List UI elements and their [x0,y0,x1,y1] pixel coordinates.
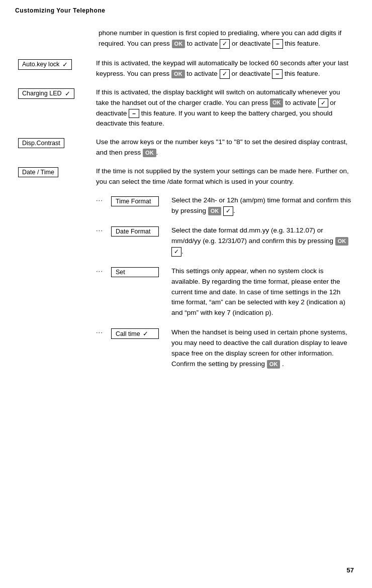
sub-label-box-date-format: Date Format [111,226,159,237]
dots-time-format: ··· [96,195,111,204]
text-date-time: If the time is not supplied by the syste… [96,166,354,187]
page-number: 57 [347,566,354,574]
ok-badge-disp-contrast: OK [143,149,156,157]
intro-paragraph: phone number in question is first copied… [99,28,354,49]
check-badge-auto-key-lock: ✓ [220,69,230,79]
text-charging-led: If this is activated, the display backli… [96,87,354,130]
sub-label-box-call-time: Call time ✓ [111,328,159,339]
label-box-disp-contrast: Disp.Contrast [18,138,64,148]
sub-row-set: ··· Set This settings only appear, when … [96,266,354,319]
sub-text-call-time: When the handset is being used in certai… [171,327,354,370]
label-box-charging-led: Charging LED ✓ [18,88,74,99]
label-box-auto-key-lock: Auto.key lock ✓ [18,59,72,70]
dash-badge-charging-led: – [129,109,139,119]
text-auto-key-lock: If this is activated, the keypad will au… [96,58,354,79]
section-date-time: Date / Time If the time is not supplied … [18,166,354,187]
sub-row-date-format: ··· Date Format Select the date format d… [96,225,354,257]
label-box-date-time: Date / Time [18,167,58,177]
dash-badge-intro: – [272,39,283,49]
sub-label-col-call-time: Call time ✓ [111,327,171,339]
dots-set: ··· [96,266,111,275]
dots-date-format: ··· [96,225,111,234]
section-auto-key-lock: Auto.key lock ✓ If this is activated, th… [18,58,354,79]
label-col-auto-key-lock: Auto.key lock ✓ [18,58,96,70]
ok-badge-date-format: OK [335,237,349,246]
check-badge-intro: ✓ [220,39,230,49]
sub-label-col-date-format: Date Format [111,225,171,237]
text-disp-contrast: Use the arrow keys or the number keys "1… [96,137,354,158]
check-badge-charging-led: ✓ [318,98,328,108]
sub-text-date-format: Select the date format dd.mm.yy (e.g. 31… [171,225,354,257]
ok-badge-call-time: OK [267,360,281,369]
label-col-charging-led: Charging LED ✓ [18,87,96,99]
sub-label-box-time-format: Time Format [111,196,159,206]
check-badge-time-format: ✓ [223,206,233,216]
sub-text-set: This settings only appear, when no syste… [171,266,354,319]
sub-label-box-set: Set [111,267,159,277]
check-badge-date-format: ✓ [171,247,181,257]
sub-label-col-time-format: Time Format [111,195,171,206]
sub-row-time-format: ··· Time Format Select the 24h- or 12h (… [96,195,354,216]
section-disp-contrast: Disp.Contrast Use the arrow keys or the … [18,137,354,158]
dash-badge-auto-key-lock: – [272,69,283,79]
ok-badge-time-format: OK [208,207,222,215]
sub-label-col-set: Set [111,266,171,277]
section-charging-led: Charging LED ✓ If this is activated, the… [18,87,354,130]
sub-text-time-format: Select the 24h- or 12h (am/pm) time form… [171,195,354,216]
ok-badge-intro: OK [172,40,185,48]
label-col-date-time: Date / Time [18,166,96,177]
ok-badge-charging-led: OK [270,98,284,107]
sub-row-call-time: ··· Call time ✓ When the handset is bein… [96,327,354,370]
dots-call-time: ··· [96,327,111,336]
ok-badge-auto-key-lock: OK [171,70,185,78]
sub-sections: ··· Time Format Select the 24h- or 12h (… [96,195,354,370]
label-col-disp-contrast: Disp.Contrast [18,137,96,148]
page-header: Customizing Your Telephone [0,0,372,14]
